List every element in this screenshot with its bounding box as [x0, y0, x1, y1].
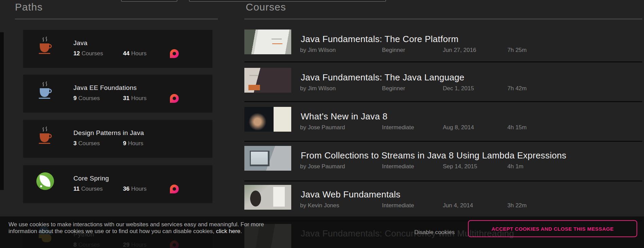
disable-cookies-link[interactable]: Disable cookies	[414, 229, 455, 236]
course-row[interactable]: Java Fundamentals: The Core Platform by …	[0, 30, 644, 69]
course-thumbnail[interactable]	[244, 185, 291, 210]
course-duration: 3h 22m	[507, 202, 527, 209]
course-title[interactable]: What's New in Java 8	[301, 111, 387, 122]
course-author: by Jim Wilson	[300, 47, 336, 54]
course-duration: 4h 15m	[507, 124, 527, 131]
course-row[interactable]: From Collections to Streams in Java 8 Us…	[0, 146, 644, 185]
course-date: Jun 27, 2016	[443, 47, 476, 54]
course-thumbnail[interactable]	[244, 68, 291, 93]
course-date: Jun 4, 2014	[443, 202, 473, 209]
page: Paths Java 12Courses 44Hours Java EE Fo	[0, 0, 644, 248]
cookie-message-line1: We use cookies to make interactions with…	[8, 221, 264, 228]
accept-cookies-button[interactable]: ACCEPT COOKIES AND CLOSE THIS MESSAGE	[468, 220, 637, 237]
courses-heading: Courses	[246, 1, 286, 13]
course-date: Aug 8, 2014	[443, 124, 474, 131]
cookie-message-period: .	[240, 228, 242, 234]
cookie-message-line2: information about the cookies we use or …	[8, 228, 216, 234]
course-author: by Jim Wilson	[300, 85, 336, 92]
course-duration: 7h 25m	[507, 47, 527, 54]
course-date: Dec 1, 2015	[443, 85, 474, 92]
cookie-banner: We use cookies to make interactions with…	[0, 216, 644, 248]
paths-heading-rule	[15, 19, 218, 19]
course-thumbnail[interactable]	[244, 146, 291, 171]
cookie-click-here-link[interactable]: click here	[216, 228, 240, 234]
cutoff-filter-box-2[interactable]	[189, 0, 386, 2]
course-author: by Kevin Jones	[300, 202, 339, 209]
course-level: Intermediate	[382, 163, 414, 170]
course-row[interactable]: Java Fundamentals: The Java Language by …	[0, 68, 644, 107]
course-title[interactable]: Java Web Fundamentals	[301, 189, 400, 200]
course-level: Beginner	[382, 47, 405, 54]
course-author: by Jose Paumard	[300, 124, 345, 131]
course-title[interactable]: Java Fundamentals: The Java Language	[301, 72, 465, 83]
course-level: Beginner	[382, 85, 405, 92]
course-row[interactable]: What's New in Java 8 by Jose Paumard Int…	[0, 107, 644, 146]
course-duration: 4h 1m	[507, 163, 523, 170]
course-date: Sep 14, 2015	[443, 163, 477, 170]
course-title[interactable]: Java Fundamentals: The Core Platform	[301, 34, 458, 44]
course-thumbnail[interactable]	[244, 107, 291, 132]
courses-heading-rule	[244, 19, 642, 19]
course-level: Intermediate	[382, 202, 414, 209]
cutoff-filter-box-1[interactable]	[121, 0, 177, 2]
paths-heading: Paths	[15, 1, 43, 13]
course-author: by Jose Paumard	[300, 163, 345, 170]
cookie-message: We use cookies to make interactions with…	[8, 221, 264, 235]
course-title[interactable]: From Collections to Streams in Java 8 Us…	[301, 150, 567, 161]
course-duration: 7h 42m	[507, 85, 527, 92]
course-thumbnail[interactable]	[244, 30, 291, 54]
course-level: Intermediate	[382, 124, 414, 131]
